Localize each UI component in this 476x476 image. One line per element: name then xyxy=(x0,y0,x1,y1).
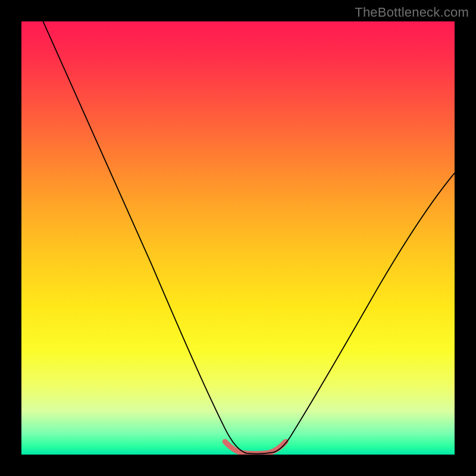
plot-area xyxy=(21,21,455,455)
bottleneck-curve xyxy=(43,21,455,454)
watermark-label: TheBottleneck.com xyxy=(355,5,469,20)
curve-layer xyxy=(21,21,455,455)
chart-frame: TheBottleneck.com xyxy=(0,0,476,476)
curve-svg xyxy=(21,21,455,455)
